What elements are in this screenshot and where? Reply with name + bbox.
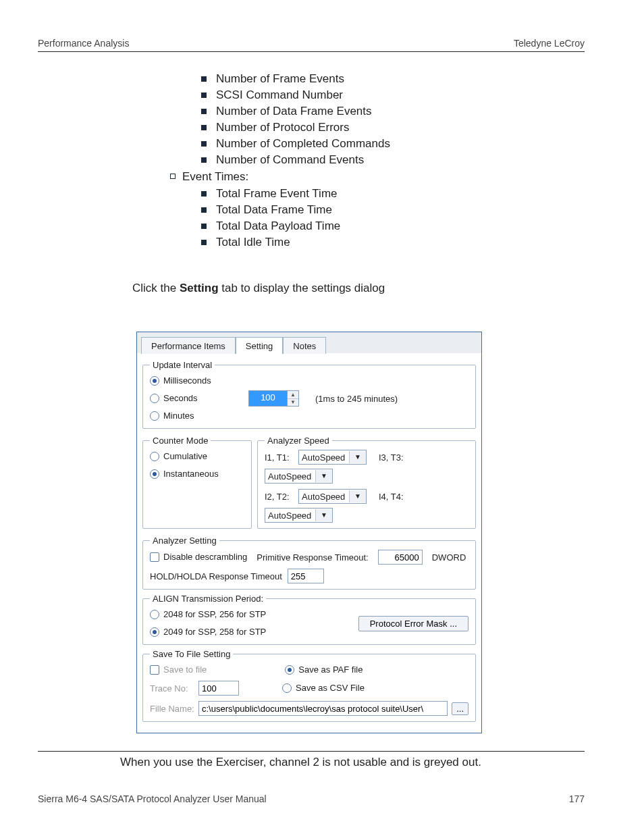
list-item: Total Frame Event Time: [193, 186, 585, 202]
list-item: Total Idle Time: [193, 234, 585, 251]
btn-browse[interactable]: ...: [452, 702, 468, 715]
footer-title: Sierra M6-4 SAS/SATA Protocol Analyzer U…: [38, 793, 267, 804]
label-i1t1: I1, T1:: [265, 452, 294, 463]
tab-notes[interactable]: Notes: [283, 337, 326, 354]
radio-align-2048[interactable]: [150, 610, 159, 619]
page-number: 177: [569, 793, 585, 804]
label-cumulative: Cumulative: [163, 450, 207, 463]
caret-down-icon: ▼: [349, 490, 366, 502]
label-milliseconds: Milliseconds: [163, 374, 211, 388]
label-minutes: Minutes: [163, 409, 194, 423]
label-align-2048: 2048 for SSP, 256 for STP: [163, 608, 266, 621]
legend-analyzer-speed: Analyzer Speed: [265, 436, 332, 446]
label-hold-timeout: HOLD/HOLDA Response Timeout: [150, 571, 282, 581]
radio-save-csv[interactable]: [282, 683, 292, 693]
check-save-to-file[interactable]: [150, 665, 159, 675]
settings-dialog: Performance Items Setting Notes Update I…: [136, 332, 482, 733]
label-seconds: Seconds: [163, 392, 198, 405]
radio-instantaneous[interactable]: [150, 469, 159, 479]
header-right: Teledyne LeCroy: [514, 38, 585, 49]
interval-range: (1ms to 245 minutes): [315, 394, 398, 404]
tab-bar: Performance Items Setting Notes: [137, 332, 481, 353]
radio-minutes[interactable]: [150, 411, 159, 421]
dd-i3t3[interactable]: AutoSpeed▼: [265, 469, 333, 484]
caret-down-icon: ▼: [315, 509, 332, 521]
label-file-name: Fille Name:: [150, 704, 194, 714]
header-left: Performance Analysis: [38, 38, 129, 49]
legend-analyzer-setting: Analyzer Setting: [150, 536, 219, 546]
label-save-csv: Save as CSV File: [296, 681, 365, 695]
check-disable-descrambling[interactable]: [150, 552, 159, 562]
list-item: Number of Frame Events: [193, 71, 585, 87]
label-i2t2: I2, T2:: [265, 492, 294, 502]
bullet-lists: Number of Frame Events SCSI Command Numb…: [193, 71, 585, 251]
label-dword: DWORD: [432, 552, 466, 563]
btn-protocol-error-mask[interactable]: Protocol Error Mask ...: [358, 616, 468, 631]
interval-spinner[interactable]: 100 ▲ ▼: [248, 390, 299, 407]
dd-i4t4[interactable]: AutoSpeed▼: [265, 508, 333, 523]
caret-down-icon: ▼: [315, 470, 332, 482]
radio-align-2049[interactable]: [150, 627, 159, 637]
input-file-name[interactable]: [198, 701, 448, 716]
legend-counter-mode: Counter Mode: [150, 436, 211, 446]
label-i4t4: I4, T4:: [379, 492, 408, 502]
list-item: SCSI Command Number: [193, 87, 585, 103]
radio-cumulative[interactable]: [150, 452, 159, 461]
label-save-to-file: Save to file: [163, 663, 207, 677]
label-instantaneous: Instantaneous: [163, 467, 219, 481]
label-trace-no: Trace No:: [150, 683, 194, 694]
tab-setting[interactable]: Setting: [236, 337, 283, 354]
label-i3t3: I3, T3:: [379, 452, 408, 463]
radio-milliseconds[interactable]: [150, 376, 159, 386]
event-times-heading: Event Times:: [177, 168, 585, 186]
radio-seconds[interactable]: [150, 394, 159, 403]
list-item: Total Data Frame Time: [193, 202, 585, 218]
label-align-2049: 2049 for SSP, 258 for STP: [163, 625, 266, 639]
dd-i2t2[interactable]: AutoSpeed▼: [298, 489, 367, 504]
tab-performance-items[interactable]: Performance Items: [141, 337, 236, 354]
exerciser-note: When you use the Exerciser, channel 2 is…: [38, 751, 585, 769]
spin-down-icon[interactable]: ▼: [288, 398, 298, 407]
input-hold-timeout[interactable]: [288, 569, 324, 583]
label-save-paf: Save as PAF file: [298, 663, 363, 677]
radio-save-paf[interactable]: [285, 665, 294, 675]
legend-save-file: Save To File Setting: [150, 649, 233, 659]
caret-down-icon: ▼: [349, 451, 366, 463]
click-setting-text: Click the Setting tab to display the set…: [132, 282, 585, 295]
legend-align-period: ALIGN Transmission Period:: [150, 594, 266, 604]
list-item: Number of Completed Commands: [193, 136, 585, 152]
dd-i1t1[interactable]: AutoSpeed▼: [298, 450, 367, 465]
input-primitive-timeout[interactable]: [378, 550, 423, 565]
list-item: Number of Protocol Errors: [193, 120, 585, 136]
input-trace-no[interactable]: [198, 681, 239, 696]
legend-update-interval: Update Interval: [150, 360, 215, 370]
list-item: Number of Data Frame Events: [193, 103, 585, 120]
label-primitive-timeout: Primitive Response Timeout:: [257, 552, 368, 563]
spin-up-icon[interactable]: ▲: [288, 391, 298, 398]
label-disable-descrambling: Disable descrambling: [163, 550, 247, 564]
list-item: Total Data Payload Time: [193, 218, 585, 234]
list-item: Number of Command Events: [193, 152, 585, 168]
